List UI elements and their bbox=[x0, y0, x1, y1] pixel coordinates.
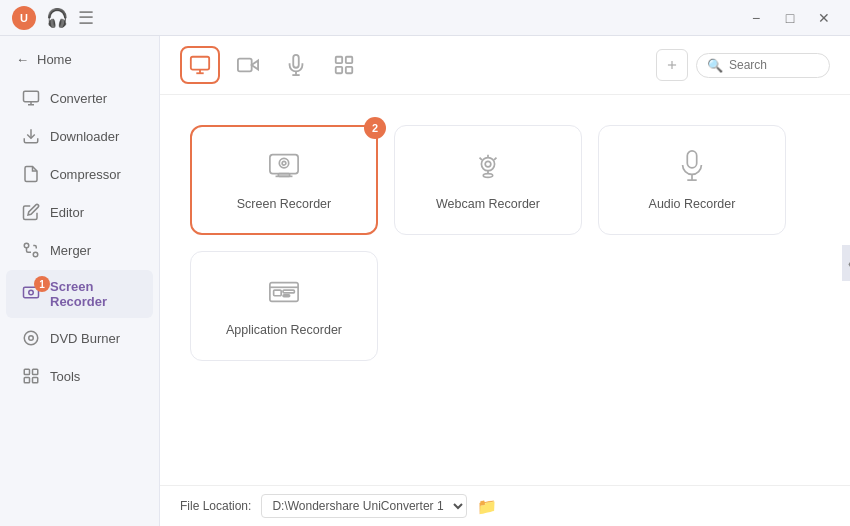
svg-rect-39 bbox=[283, 294, 290, 296]
svg-rect-10 bbox=[24, 378, 29, 383]
svg-rect-37 bbox=[274, 290, 282, 296]
card-audio-recorder[interactable]: Audio Recorder bbox=[598, 125, 786, 235]
maximize-button[interactable]: □ bbox=[776, 8, 804, 28]
svg-point-31 bbox=[483, 173, 492, 177]
file-location-label: File Location: bbox=[180, 499, 251, 513]
merger-icon bbox=[22, 241, 40, 259]
svg-point-5 bbox=[29, 290, 34, 295]
sidebar-label-converter: Converter bbox=[50, 91, 107, 106]
sidebar-item-compressor[interactable]: Compressor bbox=[6, 156, 153, 192]
content-area: 🔍 2 bbox=[160, 36, 850, 526]
sidebar-item-converter[interactable]: Converter bbox=[6, 80, 153, 116]
search-box: 🔍 bbox=[696, 53, 830, 78]
card-webcam-recorder[interactable]: Webcam Recorder bbox=[394, 125, 582, 235]
svg-rect-21 bbox=[346, 67, 352, 73]
tab-screen[interactable] bbox=[180, 46, 220, 84]
tools-icon bbox=[22, 367, 40, 385]
content-toolbar: 🔍 bbox=[160, 36, 850, 95]
card-label-screen-recorder: Screen Recorder bbox=[237, 197, 332, 211]
sidebar-item-merger[interactable]: Merger bbox=[6, 232, 153, 268]
svg-point-27 bbox=[279, 158, 288, 167]
card-screen-recorder-badge: 2 bbox=[364, 117, 386, 139]
window-controls: − □ ✕ bbox=[742, 8, 838, 28]
svg-rect-12 bbox=[191, 57, 209, 70]
card-label-webcam-recorder: Webcam Recorder bbox=[436, 197, 540, 211]
downloader-icon bbox=[22, 127, 40, 145]
screen-recorder-badge: 1 bbox=[34, 276, 50, 292]
titlebar-left: U 🎧 ☰ bbox=[12, 6, 94, 30]
card-label-application-recorder: Application Recorder bbox=[226, 323, 342, 337]
sidebar-label-tools: Tools bbox=[50, 369, 80, 384]
svg-rect-20 bbox=[336, 67, 342, 73]
sidebar-collapse-btn[interactable]: ❮ bbox=[842, 245, 850, 281]
dvd-burner-icon bbox=[22, 329, 40, 347]
user-avatar[interactable]: U bbox=[12, 6, 36, 30]
toolbar-tabs bbox=[180, 46, 364, 84]
application-recorder-card-icon bbox=[268, 276, 300, 315]
sidebar-item-tools[interactable]: Tools bbox=[6, 358, 153, 394]
sidebar-item-downloader[interactable]: Downloader bbox=[6, 118, 153, 154]
svg-rect-38 bbox=[283, 290, 294, 293]
svg-rect-19 bbox=[346, 57, 352, 63]
svg-point-7 bbox=[29, 336, 34, 341]
add-button[interactable] bbox=[656, 49, 688, 81]
titlebar-icons: U 🎧 ☰ bbox=[12, 6, 94, 30]
svg-rect-11 bbox=[33, 378, 38, 383]
svg-point-6 bbox=[24, 331, 38, 345]
sidebar-label-editor: Editor bbox=[50, 205, 84, 220]
sidebar-item-dvd-burner[interactable]: DVD Burner bbox=[6, 320, 153, 356]
card-label-audio-recorder: Audio Recorder bbox=[649, 197, 736, 211]
audio-recorder-card-icon bbox=[676, 150, 708, 189]
tab-webcam[interactable] bbox=[228, 46, 268, 84]
svg-rect-18 bbox=[336, 57, 342, 63]
cards-row-2: Application Recorder bbox=[190, 251, 820, 361]
editor-icon bbox=[22, 203, 40, 221]
svg-rect-32 bbox=[687, 150, 696, 167]
main-layout: ← Home Converter Downloader Compressor bbox=[0, 36, 850, 526]
home-label: Home bbox=[37, 52, 72, 67]
svg-point-28 bbox=[282, 161, 286, 165]
tab-apps[interactable] bbox=[324, 46, 364, 84]
sidebar-label-compressor: Compressor bbox=[50, 167, 121, 182]
minimize-button[interactable]: − bbox=[742, 8, 770, 28]
compressor-icon bbox=[22, 165, 40, 183]
svg-point-2 bbox=[33, 252, 38, 257]
headset-icon[interactable]: 🎧 bbox=[46, 7, 68, 29]
file-location-select[interactable]: D:\Wondershare UniConverter 1 bbox=[261, 494, 467, 518]
search-input[interactable] bbox=[729, 58, 819, 72]
svg-rect-0 bbox=[24, 91, 39, 102]
tab-audio[interactable] bbox=[276, 46, 316, 84]
cards-area: 2 Screen Recorder bbox=[160, 95, 850, 485]
sidebar-label-screen-recorder: Screen Recorder bbox=[50, 279, 137, 309]
sidebar-label-dvd-burner: DVD Burner bbox=[50, 331, 120, 346]
folder-open-icon[interactable]: 📁 bbox=[477, 497, 497, 516]
converter-icon bbox=[22, 89, 40, 107]
card-application-recorder[interactable]: Application Recorder bbox=[190, 251, 378, 361]
screen-recorder-card-icon bbox=[268, 150, 300, 189]
svg-rect-8 bbox=[24, 369, 29, 374]
sidebar-label-merger: Merger bbox=[50, 243, 91, 258]
card-screen-recorder[interactable]: 2 Screen Recorder bbox=[190, 125, 378, 235]
back-icon: ← bbox=[16, 52, 29, 67]
titlebar: U 🎧 ☰ − □ ✕ bbox=[0, 0, 850, 36]
svg-rect-9 bbox=[33, 369, 38, 374]
webcam-recorder-card-icon bbox=[472, 150, 504, 189]
sidebar-item-editor[interactable]: Editor bbox=[6, 194, 153, 230]
menu-icon[interactable]: ☰ bbox=[78, 7, 94, 29]
svg-point-29 bbox=[481, 157, 494, 170]
search-icon: 🔍 bbox=[707, 58, 723, 73]
sidebar-label-downloader: Downloader bbox=[50, 129, 119, 144]
close-button[interactable]: ✕ bbox=[810, 8, 838, 28]
home-nav[interactable]: ← Home bbox=[0, 44, 159, 75]
sidebar: ← Home Converter Downloader Compressor bbox=[0, 36, 160, 526]
toolbar-right: 🔍 bbox=[656, 49, 830, 81]
svg-rect-24 bbox=[270, 154, 298, 173]
sidebar-item-screen-recorder[interactable]: Screen Recorder 1 bbox=[6, 270, 153, 318]
cards-row-1: 2 Screen Recorder bbox=[190, 125, 820, 235]
footer: File Location: D:\Wondershare UniConvert… bbox=[160, 485, 850, 526]
svg-point-3 bbox=[24, 243, 29, 248]
svg-point-30 bbox=[485, 161, 491, 167]
svg-rect-15 bbox=[238, 59, 252, 72]
